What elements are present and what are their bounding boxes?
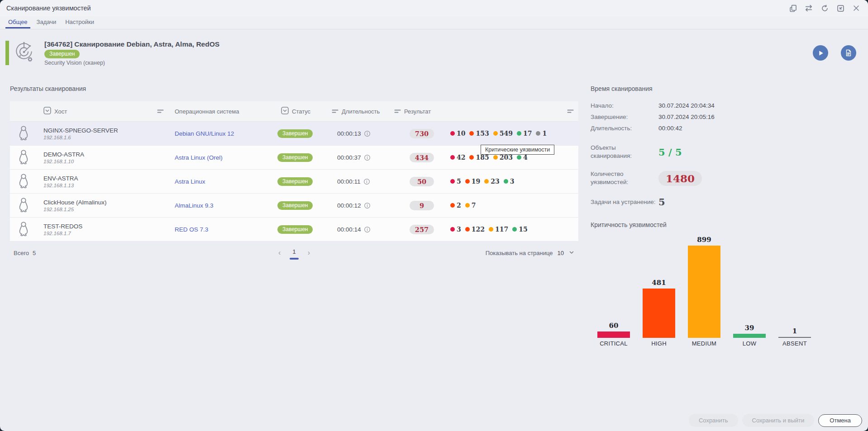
low-dot-icon xyxy=(517,155,521,160)
window-controls xyxy=(787,3,862,14)
sort-filter-icon[interactable] xyxy=(157,109,164,114)
severity-count-value: 5 xyxy=(457,178,461,185)
severity-count-low: 15 xyxy=(512,226,527,233)
host-ip: 192.168.1.6 xyxy=(43,135,71,140)
collapse-window-icon[interactable] xyxy=(835,3,846,14)
page-number[interactable]: 1 xyxy=(289,248,300,258)
remediation-tasks-row: Задачи на устранение: 5 xyxy=(591,196,862,208)
high-dot-icon xyxy=(469,155,474,160)
bar-value-label: 39 xyxy=(745,324,754,332)
severity-count-critical: 42 xyxy=(450,154,465,161)
duration-value: 00:00:14 xyxy=(337,226,361,233)
run-scan-button[interactable] xyxy=(813,45,828,61)
per-page-select[interactable]: Показывать на странице 10 xyxy=(486,249,578,257)
severity-count-value: 23 xyxy=(491,178,499,185)
status-badge: Завершен xyxy=(277,177,313,186)
copy-icon[interactable] xyxy=(787,3,798,14)
vulnerability-scan-window: Сканирование уязвимостей Общее Задачи На… xyxy=(0,0,868,431)
severity-count-critical: 10 xyxy=(450,130,465,137)
header-duration[interactable]: Длительность xyxy=(325,108,388,115)
status-badge: Завершен xyxy=(277,153,313,162)
severity-count-medium: 117 xyxy=(489,226,508,233)
bar xyxy=(597,332,630,338)
linux-penguin-icon xyxy=(17,173,30,190)
header-result[interactable]: Результат xyxy=(388,108,578,115)
high-dot-icon xyxy=(469,131,474,136)
start-value: 30.07.2024 20:04:34 xyxy=(658,100,862,111)
bar-category-label: HIGH xyxy=(651,340,667,347)
table-row[interactable]: NGINX-SPNEGO-SERVER 192.168.1.6 Debian G… xyxy=(10,122,578,146)
severity-count-value: 185 xyxy=(476,154,489,161)
os-link[interactable]: RED OS 7.3 xyxy=(175,226,208,233)
info-icon[interactable] xyxy=(363,178,370,185)
checkbox-chevron-icon[interactable] xyxy=(43,107,51,116)
severity-dots: 312211715 xyxy=(450,226,528,233)
checkbox-chevron-icon[interactable] xyxy=(281,107,289,116)
header-status[interactable]: Статус xyxy=(275,107,325,116)
scan-objects-value: 5 / 5 xyxy=(658,147,862,158)
tab-tasks[interactable]: Задачи xyxy=(32,16,61,28)
prev-page-button[interactable]: ‹ xyxy=(277,249,282,257)
info-icon[interactable] xyxy=(364,154,371,161)
linux-penguin-icon xyxy=(17,125,30,142)
tab-general[interactable]: Общее xyxy=(4,16,32,28)
swap-arrows-icon[interactable] xyxy=(803,3,814,14)
table-body: NGINX-SPNEGO-SERVER 192.168.1.6 Debian G… xyxy=(10,122,578,242)
severity-count-medium: 203 xyxy=(493,154,513,161)
cancel-button[interactable]: Отмена xyxy=(818,414,862,427)
window-title: Сканирование уязвимостей xyxy=(6,5,91,12)
table-row[interactable]: ENV-ASTRA 192.168.1.13 Astra Linux Завер… xyxy=(10,170,578,194)
next-page-button[interactable]: › xyxy=(306,249,312,257)
linux-penguin-icon xyxy=(17,221,30,238)
chart-bar-medium: 899MEDIUM xyxy=(688,236,720,347)
report-document-button[interactable] xyxy=(841,45,856,61)
severity-count-value: 203 xyxy=(500,154,513,161)
header-os-label: Операционная система xyxy=(175,108,239,115)
time-section-title: Время сканирования xyxy=(591,85,862,92)
severity-count-medium: 7 xyxy=(465,202,476,209)
severity-count-value: 2 xyxy=(457,202,461,209)
severity-count-value: 122 xyxy=(472,226,485,233)
table-footer: Всего 5 ‹ 1 › Показывать на странице 10 xyxy=(10,242,578,264)
close-icon[interactable] xyxy=(851,3,862,14)
table-row[interactable]: TEST-REDOS 192.168.1.7 RED OS 7.3 Заверш… xyxy=(10,218,578,242)
sort-filter-icon[interactable] xyxy=(332,109,339,114)
table-row[interactable]: ClickHouse (Almalinux) 192.168.1.25 Alma… xyxy=(10,194,578,218)
status-accent-bar xyxy=(5,41,9,65)
host-ip: 192.168.1.10 xyxy=(43,159,74,164)
status-badge: Завершен xyxy=(277,201,313,210)
high-dot-icon xyxy=(465,179,470,184)
sort-filter-icon[interactable] xyxy=(394,109,401,114)
info-icon[interactable] xyxy=(364,130,371,137)
header-host[interactable]: Хост xyxy=(37,107,168,116)
severity-count-value: 10 xyxy=(457,130,465,137)
severity-count-value: 42 xyxy=(457,154,465,161)
severity-count-value: 153 xyxy=(476,130,489,137)
pagination: ‹ 1 › xyxy=(277,248,312,258)
os-link[interactable]: AlmaLinux 9.3 xyxy=(175,202,214,209)
info-icon[interactable] xyxy=(364,226,371,233)
vulns-count-label: Количество уязвимостей: xyxy=(591,170,658,186)
remediation-tasks-value: 5 xyxy=(658,196,862,208)
scanner-name: Security Vision (сканер) xyxy=(44,60,219,66)
host-name: DEMO-ASTRA xyxy=(43,151,84,158)
severity-count-medium: 23 xyxy=(484,178,499,185)
vulns-count-row: Количество уязвимостей: 1480 xyxy=(591,170,862,186)
scan-objects-row: Объекты сканирования: 5 / 5 xyxy=(591,144,862,160)
header-os[interactable]: Операционная система xyxy=(168,108,275,115)
bar-category-label: MEDIUM xyxy=(692,340,717,347)
critical-dot-icon xyxy=(450,227,455,232)
severity-count-value: 3 xyxy=(510,178,515,185)
info-icon[interactable] xyxy=(364,202,371,209)
tab-settings[interactable]: Настройки xyxy=(61,16,99,28)
refresh-icon[interactable] xyxy=(819,3,830,14)
sort-filter-icon[interactable] xyxy=(567,109,574,114)
save-and-exit-button[interactable]: Сохранить и выйти xyxy=(742,414,815,427)
save-button[interactable]: Сохранить xyxy=(689,414,738,427)
remediation-tasks-label: Задачи на устранение: xyxy=(591,198,658,206)
os-link[interactable]: Astra Linux (Orel) xyxy=(175,154,223,161)
scan-objects-label: Объекты сканирования: xyxy=(591,144,658,160)
os-link[interactable]: Astra Linux xyxy=(175,178,205,185)
medium-dot-icon xyxy=(493,155,498,160)
os-link[interactable]: Debian GNU/Linux 12 xyxy=(175,130,234,137)
